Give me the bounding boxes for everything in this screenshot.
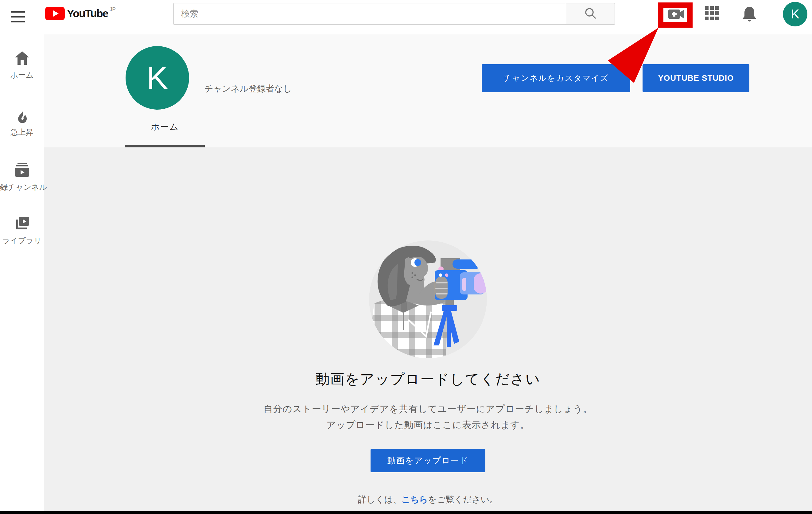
youtube-play-badge-icon <box>45 7 65 20</box>
empty-state-title: 動画をアップロードしてください <box>44 370 812 389</box>
empty-state: 動画をアップロードしてください 自分のストーリーやアイデアを共有してユーザーにア… <box>44 147 812 506</box>
youtube-logo-text: YouTube <box>67 7 108 20</box>
account-avatar[interactable]: K <box>783 2 807 26</box>
home-icon <box>14 50 30 66</box>
sidebar-item-label: ライブラリ <box>0 235 44 246</box>
create-video-button[interactable] <box>663 7 690 22</box>
help-link[interactable]: こちら <box>402 495 428 504</box>
sidebar-item-library[interactable]: ライブラリ <box>0 216 44 246</box>
youtube-studio-button[interactable]: YOUTUBE STUDIO <box>642 64 749 92</box>
youtube-logo[interactable]: YouTube JP <box>45 6 116 21</box>
account-avatar-initial: K <box>791 7 800 22</box>
youtube-logo-region: JP <box>110 6 116 12</box>
sidebar-item-home[interactable]: ホーム <box>0 50 44 80</box>
empty-state-description-line1: 自分のストーリーやアイデアを共有してユーザーにアプローチしましょう。 <box>44 401 812 417</box>
help-text-prefix: 詳しくは、 <box>358 495 402 504</box>
help-text: 詳しくは、こちらをご覧ください。 <box>44 494 812 506</box>
sidebar-item-label: 急上昇 <box>0 127 44 137</box>
flame-icon <box>14 108 30 123</box>
customize-channel-button[interactable]: チャンネルをカスタマイズ <box>482 64 630 92</box>
empty-state-description: 自分のストーリーやアイデアを共有してユーザーにアプローチしましょう。 アップロー… <box>44 401 812 433</box>
search-input[interactable] <box>173 3 566 25</box>
create-video-icon <box>667 7 686 22</box>
subscriber-count-text: チャンネル登録者なし <box>204 83 292 94</box>
subscriptions-icon <box>14 163 30 178</box>
notifications-bell-icon[interactable] <box>742 5 757 23</box>
apps-grid-icon[interactable] <box>705 6 721 22</box>
upload-illustration <box>369 240 487 359</box>
channel-avatar[interactable]: K <box>125 46 189 110</box>
sidebar: ホーム 急上昇 録チャンネル ライブラリ <box>0 34 44 511</box>
library-icon <box>14 216 30 231</box>
sidebar-item-label: 録チャンネル <box>0 182 44 192</box>
channel-avatar-initial: K <box>147 60 168 96</box>
menu-icon[interactable] <box>11 11 25 23</box>
sidebar-item-trending[interactable]: 急上昇 <box>0 108 44 137</box>
upload-video-button[interactable]: 動画をアップロード <box>371 449 485 472</box>
help-text-suffix: をご覧ください。 <box>428 495 498 504</box>
topbar: YouTube JP K <box>0 0 812 34</box>
youtube-channel-page: K チャンネル登録者なし チャンネルをカスタマイズ YOUTUBE STUDIO… <box>0 0 812 514</box>
empty-state-description-line2: アップロードした動画はここに表示されます。 <box>44 417 812 433</box>
sidebar-item-label: ホーム <box>0 70 44 80</box>
search-button[interactable] <box>566 3 615 25</box>
sidebar-item-subscriptions[interactable]: 録チャンネル <box>0 163 44 192</box>
bottom-edge-bar <box>0 511 812 514</box>
active-tab-underline <box>125 145 205 147</box>
search-icon <box>584 6 597 21</box>
tab-home[interactable]: ホーム <box>125 121 205 133</box>
